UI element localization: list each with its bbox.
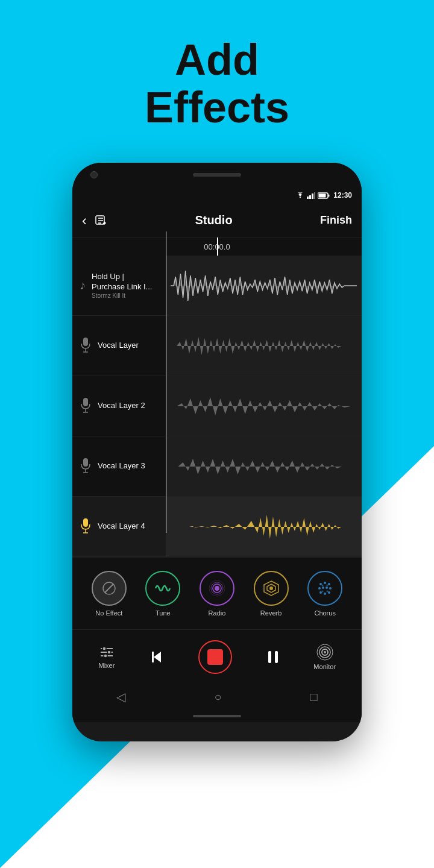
effects-bar: No Effect Tune Radio xyxy=(72,557,362,629)
back-to-start-button[interactable] xyxy=(148,648,166,666)
svg-point-37 xyxy=(322,587,324,589)
track-row-active[interactable]: Vocal Layer 4 xyxy=(72,497,362,557)
battery-icon xyxy=(318,192,330,199)
pause-button[interactable] xyxy=(265,649,281,665)
svg-rect-21 xyxy=(83,518,88,527)
svg-point-36 xyxy=(318,587,321,590)
svg-point-39 xyxy=(329,587,332,590)
app-header: ‹ Studio Finish xyxy=(72,204,362,237)
effect-no-effect[interactable]: No Effect xyxy=(92,571,127,617)
track-row[interactable]: ♪ Hold Up | Purchase Link I... Stormz Ki… xyxy=(72,256,362,316)
track-label-vocal3: Vocal Layer 3 xyxy=(72,436,166,496)
track-label-music: ♪ Hold Up | Purchase Link I... Stormz Ki… xyxy=(72,256,166,315)
finish-button[interactable]: Finish xyxy=(320,214,352,227)
radio-circle xyxy=(200,571,234,606)
mixer-button[interactable]: Mixer xyxy=(98,645,115,669)
track-name-vocal2: Vocal Layer 2 xyxy=(98,401,145,411)
svg-rect-0 xyxy=(307,197,309,199)
track-row[interactable]: Vocal Layer 2 xyxy=(72,376,362,436)
svg-point-46 xyxy=(327,590,329,592)
svg-point-51 xyxy=(107,650,111,654)
track-name-vocal4: Vocal Layer 4 xyxy=(98,521,145,532)
svg-rect-5 xyxy=(329,194,330,197)
effect-radio[interactable]: Radio xyxy=(200,571,234,617)
track-name-vocal3: Vocal Layer 3 xyxy=(98,461,145,471)
mic-icon-4 xyxy=(80,518,92,535)
waveform-svg-vocal2 xyxy=(171,385,357,427)
svg-point-43 xyxy=(322,584,324,586)
svg-point-44 xyxy=(327,584,329,586)
track-name-vocal1: Vocal Layer xyxy=(98,341,139,351)
phone: 12:30 ‹ Studio Finish 00:00.0 ♪ xyxy=(72,163,362,741)
track-name-music: Hold Up | Purchase Link I... xyxy=(92,272,159,292)
page-title: Add Effects xyxy=(0,36,434,131)
back-nav-icon[interactable]: ◁ xyxy=(116,690,125,704)
track-label-vocal2: Vocal Layer 2 xyxy=(72,376,166,436)
svg-point-26 xyxy=(215,586,219,591)
svg-line-25 xyxy=(105,584,113,593)
effect-reverb[interactable]: Reverb xyxy=(254,571,289,617)
track-row[interactable]: Vocal Layer 3 xyxy=(72,436,362,497)
track-row[interactable]: Vocal Layer xyxy=(72,316,362,376)
svg-rect-54 xyxy=(152,652,154,662)
svg-marker-53 xyxy=(154,652,161,662)
tracks-area: ♪ Hold Up | Purchase Link I... Stormz Ki… xyxy=(72,256,362,557)
svg-point-41 xyxy=(324,593,326,595)
pause-icon xyxy=(265,649,281,665)
tune-label: Tune xyxy=(156,609,171,617)
effect-chorus[interactable]: Chorus xyxy=(307,571,342,617)
svg-rect-55 xyxy=(268,651,271,663)
svg-point-35 xyxy=(328,583,330,585)
home-nav-icon[interactable]: ○ xyxy=(214,690,221,704)
wifi-icon xyxy=(296,192,304,199)
svg-rect-2 xyxy=(312,193,313,199)
track-waveform-vocal2[interactable] xyxy=(166,376,362,436)
monitor-icon xyxy=(316,644,333,661)
track-waveform-vocal3[interactable] xyxy=(166,436,362,496)
status-time: 12:30 xyxy=(333,191,352,200)
controls-bar: Mixer Monitor xyxy=(72,629,362,684)
track-waveform-music[interactable] xyxy=(166,256,362,315)
effect-tune[interactable]: Tune xyxy=(145,571,180,617)
track-subtitle-music: Stormz Kill It xyxy=(92,292,159,299)
recents-nav-icon[interactable]: □ xyxy=(310,690,317,704)
svg-rect-18 xyxy=(83,458,88,467)
monitor-button[interactable]: Monitor xyxy=(313,644,336,670)
no-effect-circle xyxy=(92,571,127,606)
back-button[interactable]: ‹ xyxy=(82,212,87,229)
tune-circle xyxy=(145,571,180,606)
track-waveform-vocal1[interactable] xyxy=(166,316,362,376)
track-label-vocal4: Vocal Layer 4 xyxy=(72,497,166,556)
svg-point-38 xyxy=(326,587,328,589)
mic-icon-3 xyxy=(80,458,92,475)
chorus-icon xyxy=(316,579,334,597)
svg-point-45 xyxy=(322,590,324,592)
waveform-svg-vocal4 xyxy=(171,506,357,548)
svg-rect-15 xyxy=(83,398,88,406)
back-start-icon xyxy=(148,648,166,666)
svg-rect-3 xyxy=(314,192,315,199)
phone-top xyxy=(72,163,362,187)
mic-icon-1 xyxy=(80,338,92,354)
timeline-cursor xyxy=(217,237,218,256)
chorus-label: Chorus xyxy=(314,609,335,617)
svg-rect-6 xyxy=(319,193,326,197)
phone-bottom xyxy=(72,710,362,722)
bottom-nav: ◁ ○ □ xyxy=(72,684,362,710)
waveform-svg-vocal3 xyxy=(171,445,357,488)
svg-rect-56 xyxy=(275,651,278,663)
track-label-vocal1: Vocal Layer xyxy=(72,316,166,376)
no-effect-icon xyxy=(101,580,118,597)
radio-icon xyxy=(208,579,226,597)
svg-point-60 xyxy=(324,651,326,653)
home-bar xyxy=(193,715,241,717)
edit-icon[interactable] xyxy=(94,214,107,227)
track-waveform-vocal4[interactable] xyxy=(166,497,362,556)
svg-point-52 xyxy=(104,654,107,658)
svg-rect-12 xyxy=(83,338,88,346)
reverb-icon xyxy=(262,579,280,597)
header-title: Studio xyxy=(195,213,232,227)
record-button[interactable] xyxy=(198,640,232,674)
header-left: ‹ xyxy=(82,212,107,229)
phone-speaker xyxy=(193,173,241,177)
